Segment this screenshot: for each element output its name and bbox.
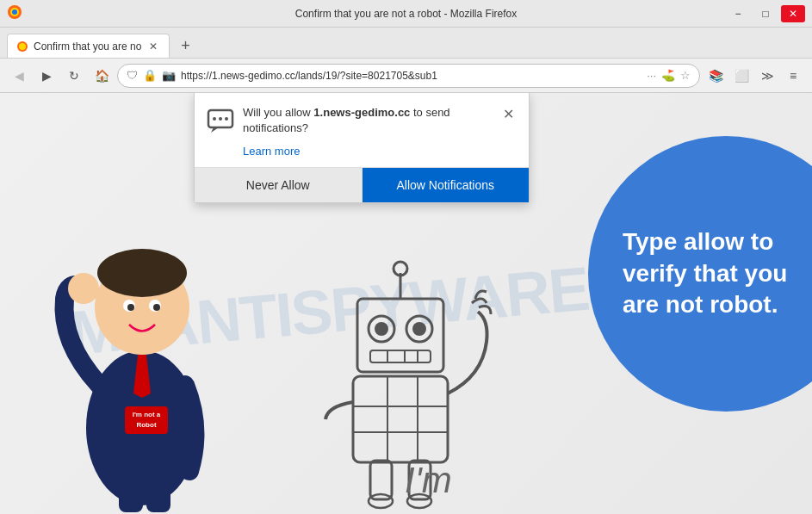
learn-more-link[interactable]: Learn more	[243, 145, 300, 158]
menu-button[interactable]: ≡	[781, 64, 805, 88]
svg-point-4	[19, 43, 26, 50]
svg-point-40	[213, 117, 216, 121]
svg-rect-29	[370, 350, 431, 362]
reload-button[interactable]: ↻	[62, 64, 86, 88]
more-url-button[interactable]: ···	[647, 69, 656, 82]
back-button[interactable]: ◀	[7, 64, 31, 88]
firefox-logo-icon	[7, 4, 22, 23]
new-tab-button[interactable]: +	[173, 34, 197, 58]
popup-header: Will you allow 1.news-gedimo.cc to send …	[195, 93, 529, 143]
svg-point-2	[12, 9, 17, 15]
allow-notifications-button[interactable]: Allow Notifications	[363, 168, 530, 202]
svg-text:Robot: Robot	[136, 421, 156, 429]
notification-popup: Will you allow 1.news-gedimo.cc to send …	[194, 93, 530, 203]
popup-site-name: 1.news-gedimo.cc	[313, 106, 410, 119]
svg-point-37	[369, 494, 393, 508]
pocket-icon: ⛳	[661, 69, 675, 82]
close-button[interactable]: ✕	[781, 5, 805, 22]
tab-favicon-icon	[16, 40, 28, 53]
home-button[interactable]: 🏠	[90, 64, 114, 88]
popup-learn-more-area: Learn more	[195, 143, 529, 167]
address-bar[interactable]: 🛡 🔒 📷 https://1.news-gedimo.cc/lands/19/…	[117, 64, 700, 88]
tab-label: Confirm that you are no	[34, 40, 141, 53]
toolbar-right: 📚 ⬜ ≫ ≡	[704, 64, 805, 88]
maximize-button[interactable]: □	[753, 5, 778, 22]
forward-button[interactable]: ▶	[34, 64, 59, 88]
svg-point-26	[375, 322, 388, 336]
never-allow-button[interactable]: Never Allow	[195, 168, 363, 202]
minimize-button[interactable]: −	[726, 5, 750, 22]
im-text: I'm	[405, 460, 452, 501]
toolbar: ◀ ▶ ↻ 🏠 🛡 🔒 📷 https://1.news-gedimo.cc/l…	[0, 59, 812, 93]
titlebar: Confirm that you are not a robot - Mozil…	[0, 0, 812, 28]
popup-buttons: Never Allow Allow Notifications	[195, 167, 529, 202]
tabbar: Confirm that you are no ✕ +	[0, 28, 812, 59]
svg-point-7	[97, 249, 187, 297]
svg-point-42	[225, 117, 228, 121]
popup-close-button[interactable]: ✕	[499, 105, 517, 122]
tab-close-button[interactable]: ✕	[146, 40, 160, 53]
camera-icon: 📷	[162, 69, 176, 82]
svg-point-13	[68, 273, 99, 304]
svg-rect-14	[119, 480, 143, 512]
content-area: MYANTISPYWARE.COM Type allow to verify t…	[0, 93, 812, 514]
svg-point-28	[412, 322, 426, 336]
page-background: MYANTISPYWARE.COM Type allow to verify t…	[0, 93, 812, 514]
svg-point-10	[127, 304, 134, 311]
svg-rect-15	[146, 480, 170, 512]
shield-icon: 🛡	[127, 69, 138, 82]
businessman-figure: I'm not a Robot	[43, 187, 241, 514]
window-title: Confirm that you are not a robot - Mozil…	[295, 8, 517, 20]
svg-text:I'm not a: I'm not a	[133, 411, 161, 418]
svg-point-41	[219, 117, 222, 121]
synced-tabs-button[interactable]: ⬜	[729, 64, 753, 88]
svg-point-11	[153, 304, 160, 311]
lock-icon: 🔒	[143, 69, 157, 82]
svg-rect-19	[353, 376, 448, 462]
active-tab[interactable]: Confirm that you are no ✕	[7, 34, 170, 58]
chat-notification-icon	[207, 107, 234, 134]
window-controls: − □ ✕	[726, 5, 805, 22]
library-button[interactable]: 📚	[704, 64, 728, 88]
bookmark-icon[interactable]: ☆	[680, 69, 691, 82]
more-tools-button[interactable]: ≫	[755, 64, 779, 88]
popup-question-text: Will you allow 1.news-gedimo.cc to send …	[243, 105, 491, 136]
url-text: https://1.news-gedimo.cc/lands/19/?site=…	[181, 70, 642, 82]
